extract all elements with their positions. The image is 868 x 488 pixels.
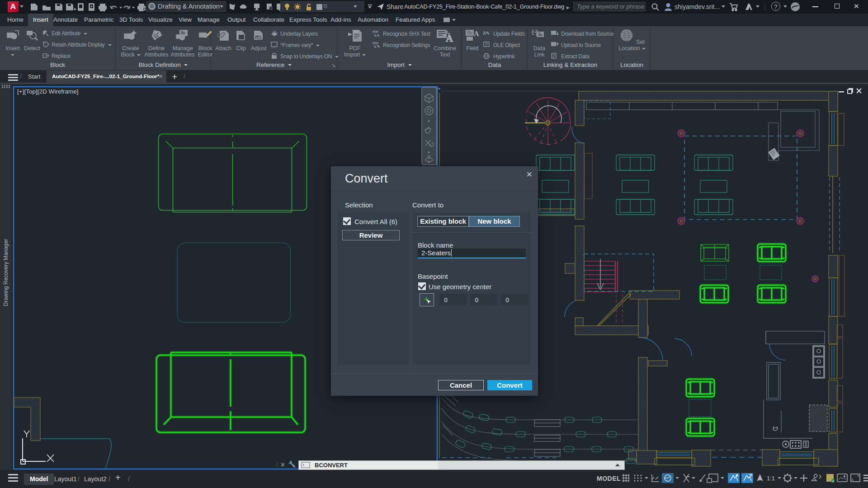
svg-text:A✎: A✎: [483, 31, 490, 36]
svg-text:PDF: PDF: [353, 30, 359, 33]
svg-text:+: +: [438, 86, 440, 91]
svg-text:[+][Top][2D Wireframe]: [+][Top][2D Wireframe]: [17, 88, 78, 95]
svg-text:1:1: 1:1: [767, 475, 775, 482]
svg-text:↳✎: ↳✎: [373, 44, 380, 48]
svg-text:↳A: ↳A: [373, 33, 380, 37]
svg-text:A: A: [446, 33, 453, 42]
svg-text:A: A: [474, 30, 479, 38]
